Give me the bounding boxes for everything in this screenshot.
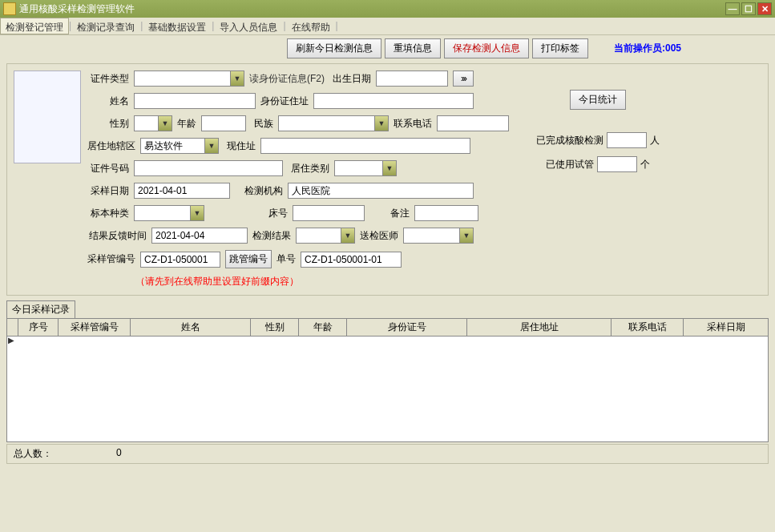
spectype-label: 标本种类 bbox=[87, 207, 129, 220]
toolbar: 刷新今日检测信息 重填信息 保存检测人信息 打印标签 当前操作员:005 bbox=[287, 38, 769, 58]
titlebar: 通用核酸采样检测管理软件 — ☐ ✕ bbox=[0, 0, 775, 18]
today-stat-button[interactable]: 今日统计 bbox=[570, 90, 626, 110]
age-label: 年龄 bbox=[177, 117, 196, 131]
remark-input[interactable] bbox=[414, 205, 478, 221]
region-input[interactable] bbox=[140, 138, 204, 154]
result-drop[interactable]: ▼ bbox=[341, 228, 355, 244]
col-tube: 采样管编号 bbox=[59, 319, 131, 336]
col-seq: 序号 bbox=[18, 319, 59, 336]
feedback-label: 结果反馈时间 bbox=[87, 229, 147, 243]
right-panel: 今日统计 已完成核酸检测 人 已使用试管 个 bbox=[522, 71, 674, 288]
phone-label: 联系电话 bbox=[394, 117, 432, 131]
bed-label: 床号 bbox=[209, 207, 288, 220]
grid-header: 序号 采样管编号 姓名 性别 年龄 身份证号 居住地址 联系电话 采样日期 bbox=[7, 319, 768, 337]
maximize-button[interactable]: ☐ bbox=[741, 2, 756, 15]
doctor-input[interactable] bbox=[403, 228, 459, 244]
birth-picker-icon[interactable]: ››› bbox=[453, 71, 474, 87]
app-icon bbox=[3, 2, 16, 15]
record-grid[interactable]: 序号 采样管编号 姓名 性别 年龄 身份证号 居住地址 联系电话 采样日期 ▶ bbox=[6, 318, 769, 442]
idaddr-label: 身份证住址 bbox=[260, 95, 309, 108]
print-button[interactable]: 打印标签 bbox=[532, 38, 588, 58]
readid-hint: 读身份证信息(F2) bbox=[249, 72, 325, 86]
col-idno: 身份证号 bbox=[347, 319, 467, 336]
idtype-input[interactable] bbox=[134, 71, 230, 87]
idtype-label: 证件类型 bbox=[87, 72, 129, 86]
main-panel: 证件类型 ▼ 读身份证信息(F2) 出生日期 ››› 姓名 身份证住址 性别 ▼ bbox=[6, 63, 769, 296]
save-button[interactable]: 保存检测人信息 bbox=[444, 38, 529, 58]
phone-input[interactable] bbox=[437, 115, 509, 131]
refresh-button[interactable]: 刷新今日检测信息 bbox=[287, 38, 381, 58]
col-age: 年龄 bbox=[299, 319, 347, 336]
sampledate-label: 采样日期 bbox=[87, 184, 129, 198]
form: 证件类型 ▼ 读身份证信息(F2) 出生日期 ››› 姓名 身份证住址 性别 ▼ bbox=[87, 71, 509, 288]
tubeno-input[interactable] bbox=[140, 252, 220, 268]
menu-basedata[interactable]: 基础数据设置 bbox=[143, 18, 212, 34]
refill-button[interactable]: 重填信息 bbox=[385, 38, 441, 58]
org-input[interactable] bbox=[288, 183, 474, 199]
livetype-input[interactable] bbox=[334, 160, 382, 176]
single-input[interactable] bbox=[301, 252, 402, 268]
nation-input[interactable] bbox=[278, 115, 374, 131]
menu-query[interactable]: 检测记录查询 bbox=[71, 18, 140, 34]
sampledate-input[interactable] bbox=[134, 183, 230, 199]
col-phone: 联系电话 bbox=[612, 319, 684, 336]
region-drop[interactable]: ▼ bbox=[204, 138, 219, 154]
birth-input[interactable] bbox=[376, 71, 448, 87]
spectype-input[interactable] bbox=[134, 205, 190, 221]
idno-label: 证件号码 bbox=[87, 162, 129, 175]
remark-label: 备注 bbox=[369, 207, 410, 220]
status-bar: 总人数： 0 bbox=[6, 444, 769, 464]
doctor-drop[interactable]: ▼ bbox=[459, 228, 474, 244]
name-label: 姓名 bbox=[87, 95, 129, 108]
completed-unit: 人 bbox=[650, 134, 660, 147]
tubes-unit: 个 bbox=[640, 158, 650, 171]
name-input[interactable] bbox=[134, 93, 256, 109]
col-name: 姓名 bbox=[131, 319, 251, 336]
age-input[interactable] bbox=[201, 115, 246, 131]
col-addr: 居住地址 bbox=[467, 319, 612, 336]
addr-input[interactable] bbox=[260, 138, 470, 154]
idno-input[interactable] bbox=[134, 160, 283, 176]
tubeno-label: 采样管编号 bbox=[87, 252, 135, 266]
menu-help[interactable]: 在线帮助 bbox=[286, 18, 336, 34]
total-label: 总人数： bbox=[14, 448, 52, 459]
menu-import[interactable]: 导入人员信息 bbox=[214, 18, 283, 34]
col-date: 采样日期 bbox=[684, 319, 768, 336]
col-gender: 性别 bbox=[251, 319, 299, 336]
nation-label: 民族 bbox=[251, 117, 273, 131]
gender-input[interactable] bbox=[134, 115, 158, 131]
result-input[interactable] bbox=[296, 228, 341, 244]
doctor-label: 送检医师 bbox=[360, 229, 398, 243]
tubes-input[interactable] bbox=[597, 156, 637, 172]
operator-label: 当前操作员:005 bbox=[614, 42, 681, 55]
record-tab-header: 今日采样记录 bbox=[6, 300, 769, 318]
window-title: 通用核酸采样检测管理软件 bbox=[19, 2, 724, 16]
livetype-drop[interactable]: ▼ bbox=[382, 160, 397, 176]
nation-drop[interactable]: ▼ bbox=[374, 115, 389, 131]
idaddr-input[interactable] bbox=[313, 93, 474, 109]
org-label: 检测机构 bbox=[235, 184, 283, 198]
region-label: 居住地辖区 bbox=[87, 139, 135, 153]
completed-label: 已完成核酸检测 bbox=[536, 134, 603, 147]
record-tab[interactable]: 今日采样记录 bbox=[6, 300, 75, 318]
bed-input[interactable] bbox=[293, 205, 365, 221]
livetype-label: 居住类别 bbox=[288, 162, 329, 175]
minimize-button[interactable]: — bbox=[725, 2, 740, 15]
idtype-drop[interactable]: ▼ bbox=[230, 71, 244, 87]
photo-placeholder bbox=[14, 71, 81, 163]
close-button[interactable]: ✕ bbox=[757, 2, 772, 15]
spectype-drop[interactable]: ▼ bbox=[190, 205, 204, 221]
skiptube-button[interactable]: 跳管编号 bbox=[225, 250, 272, 268]
prefix-tip: （请先到在线帮助里设置好前缀内容） bbox=[135, 275, 509, 288]
result-label: 检测结果 bbox=[252, 229, 291, 243]
completed-input[interactable] bbox=[607, 132, 647, 148]
tubes-label: 已使用试管 bbox=[546, 158, 594, 171]
menubar: 检测登记管理| 检测记录查询| 基础数据设置| 导入人员信息| 在线帮助| bbox=[0, 18, 775, 35]
row-marker-icon: ▶ bbox=[8, 336, 14, 345]
menu-register[interactable]: 检测登记管理 bbox=[0, 18, 69, 34]
gender-label: 性别 bbox=[87, 117, 129, 131]
feedback-input[interactable] bbox=[151, 228, 248, 244]
gender-drop[interactable]: ▼ bbox=[158, 115, 172, 131]
birth-label: 出生日期 bbox=[329, 72, 371, 86]
addr-label: 现住址 bbox=[224, 139, 256, 153]
